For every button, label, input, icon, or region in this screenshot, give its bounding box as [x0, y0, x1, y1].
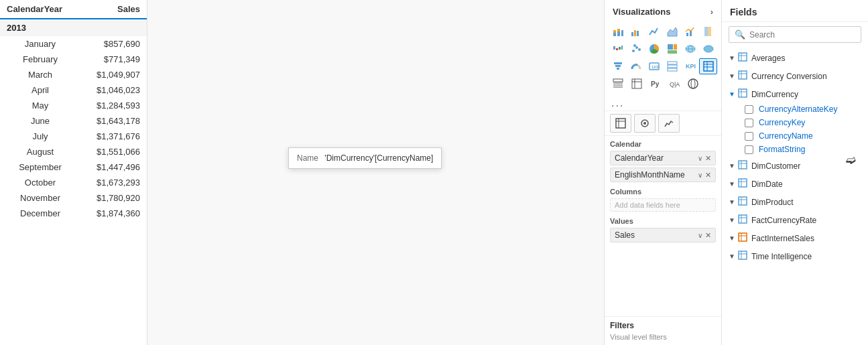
rows-field-1-close[interactable]: ✕ [705, 154, 711, 163]
viz-icon-matrix[interactable] [627, 76, 646, 92]
field-group-header[interactable]: ▼ DimCustomer [722, 157, 868, 174]
data-table-panel: CalendarYear Sales 2013 January $857,690… [0, 0, 147, 345]
table-row[interactable]: September $1,447,496 [0, 159, 147, 175]
table-icon [738, 70, 747, 82]
table-row[interactable]: December $1,874,360 [0, 206, 147, 221]
viz-icon-line[interactable] [645, 23, 663, 40]
viz-icon-treemap[interactable] [663, 41, 681, 57]
field-group-header[interactable]: ▼ DimDate [722, 176, 868, 192]
viz-icon-funnel[interactable] [609, 58, 627, 74]
svg-point-26 [704, 46, 713, 52]
sales-cell: $1,551,066 [80, 144, 147, 159]
viz-icon-card[interactable]: 123 [645, 58, 663, 74]
svg-rect-6 [634, 30, 636, 36]
rows-field-1[interactable]: CalendarYear ∨ ✕ [610, 151, 716, 165]
svg-rect-2 [617, 31, 620, 36]
viz-icon-multirow-card[interactable] [663, 58, 681, 74]
svg-rect-34 [668, 68, 677, 71]
rows-field-1-text: CalendarYear [615, 153, 698, 163]
viz-icon-pie[interactable] [645, 41, 663, 57]
field-checkbox[interactable] [745, 145, 753, 154]
viz-icon-py[interactable]: Py [646, 76, 665, 92]
month-cell: July [0, 129, 80, 144]
viz-ctrl-fields-icon[interactable] [610, 114, 631, 133]
field-group-header[interactable]: ▼ FactInternetSales [722, 230, 868, 247]
svg-text:Q|A: Q|A [670, 81, 680, 88]
viz-more-button[interactable]: ... [605, 96, 721, 111]
field-item[interactable]: CurrencyName [741, 129, 868, 143]
viz-icon-qanda[interactable]: Q|A [665, 76, 684, 92]
sales-cell: $1,284,593 [80, 98, 147, 113]
fields-search-bar[interactable]: 🔍 [729, 26, 861, 43]
table-row[interactable]: August $1,551,066 [0, 144, 147, 159]
field-group-name: Time Intelligence [751, 252, 861, 261]
month-cell: August [0, 144, 80, 159]
field-checkbox[interactable] [745, 119, 753, 127]
svg-rect-77 [739, 233, 747, 241]
viz-icon-scatter[interactable] [627, 41, 645, 57]
rows-field-2-expand[interactable]: ∨ [698, 171, 702, 179]
viz-icon-table[interactable] [699, 58, 717, 74]
field-group: ▼ FactCurrencyRate [722, 212, 868, 228]
viz-ctrl-analytics-icon[interactable] [658, 114, 680, 133]
table-row[interactable]: April $1,046,023 [0, 82, 147, 98]
rows-field-2-close[interactable]: ✕ [705, 171, 711, 180]
values-field-1-expand[interactable]: ∨ [698, 232, 702, 239]
table-row[interactable]: October $1,673,293 [0, 175, 147, 190]
table-row[interactable]: January $857,690 [0, 36, 147, 52]
col-header-year: CalendarYear [0, 0, 80, 19]
table-row[interactable]: March $1,049,907 [0, 67, 147, 82]
viz-icon-area[interactable] [663, 23, 681, 40]
viz-icon-clustered-bar[interactable] [627, 23, 645, 40]
field-item[interactable]: CurrencyAlternateKey [741, 102, 868, 116]
viz-icon-slicer[interactable] [609, 76, 627, 92]
sales-cell: $1,049,907 [80, 67, 147, 82]
rows-field-2[interactable]: EnglishMonthName ∨ ✕ [610, 167, 716, 182]
field-group-header[interactable]: ▼ Averages [722, 50, 868, 66]
expand-arrow: ▼ [729, 198, 735, 206]
search-input[interactable] [749, 30, 855, 40]
expand-arrow: ▼ [729, 90, 735, 98]
svg-point-15 [632, 50, 635, 52]
field-group-header[interactable]: ▼ Currency Conversion [722, 68, 868, 84]
table-row[interactable]: May $1,284,593 [0, 98, 147, 113]
field-item[interactable]: FormatString [741, 143, 868, 156]
field-group-header[interactable]: ▼ FactCurrencyRate [722, 212, 868, 228]
fields-list: ▼ Averages ▼ Currency Conversion ▼ DimCu… [722, 47, 868, 345]
field-group: ▼ DimProduct [722, 194, 868, 210]
table-row[interactable]: February $771,349 [0, 52, 147, 67]
values-field-1-close[interactable]: ✕ [705, 231, 711, 240]
values-section: Values Sales ∨ ✕ [610, 217, 716, 243]
viz-icon-kpi[interactable]: KPI [681, 58, 699, 74]
viz-icon-stacked-bar[interactable] [609, 23, 627, 40]
svg-rect-56 [739, 53, 747, 61]
columns-placeholder[interactable]: Add data fields here [610, 198, 716, 212]
fields-panel: Fields 🔍 ▼ Averages ▼ Currency Conversio… [722, 0, 868, 345]
viz-icon-line-clustered[interactable] [681, 23, 699, 40]
viz-ctrl-format-icon[interactable] [634, 114, 656, 133]
rows-field-1-expand[interactable]: ∨ [698, 155, 702, 162]
values-field-1[interactable]: Sales ∨ ✕ [610, 228, 716, 243]
table-icon [738, 251, 747, 262]
field-group-header[interactable]: ▼ Time Intelligence [722, 248, 868, 265]
viz-icon-grid: 123 KPI Py Q|A [605, 21, 721, 96]
table-row[interactable]: November $1,780,920 [0, 190, 147, 206]
svg-rect-33 [668, 65, 677, 68]
viz-icon-filled-map[interactable] [699, 41, 717, 57]
viz-icon-ribbon[interactable] [699, 23, 717, 40]
viz-icon-waterfall[interactable] [609, 41, 627, 57]
viz-icon-globe[interactable] [684, 76, 702, 92]
field-checkbox[interactable] [745, 105, 753, 114]
field-group-header[interactable]: ▼ DimCurrency [722, 86, 868, 102]
field-name: CurrencyAlternateKey [759, 105, 861, 114]
table-row[interactable]: July $1,371,676 [0, 129, 147, 144]
table-row[interactable]: June $1,643,178 [0, 113, 147, 129]
viz-panel-expand-icon[interactable]: › [710, 7, 713, 17]
field-name: FormatString [759, 145, 861, 154]
field-item[interactable]: CurrencyKey [741, 116, 868, 129]
values-field-1-text: Sales [615, 230, 698, 240]
viz-icon-gauge[interactable] [627, 58, 645, 74]
viz-icon-map[interactable] [681, 41, 699, 57]
field-group-header[interactable]: ▼ DimProduct [722, 194, 868, 210]
field-checkbox[interactable] [745, 132, 753, 141]
